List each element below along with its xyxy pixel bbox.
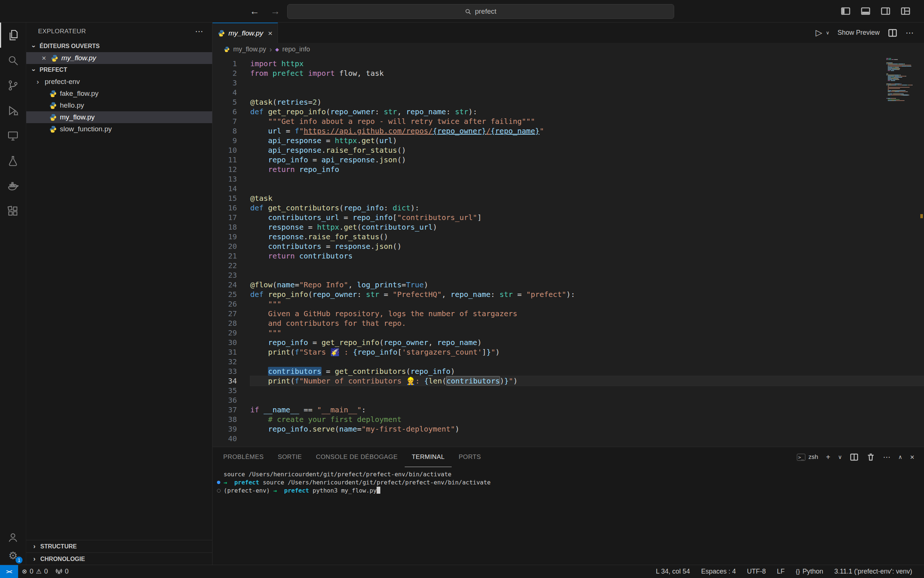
indentation[interactable]: Espaces : 4 <box>697 565 740 578</box>
breadcrumb-file[interactable]: my_flow.py <box>233 45 266 53</box>
editor-more-actions-icon[interactable]: ⋯ <box>906 28 914 38</box>
run-dropdown-icon[interactable]: ∨ <box>826 30 829 36</box>
code-line: return contributors <box>250 251 924 261</box>
activity-source-control[interactable] <box>0 73 26 98</box>
code-line: and contributors for that repo. <box>250 318 924 328</box>
language-mode[interactable]: {}Python <box>792 565 827 578</box>
timeline-section-header[interactable]: › CHRONOLOGIE <box>26 552 212 565</box>
minimap[interactable] <box>886 56 919 102</box>
toggle-panel-icon[interactable] <box>861 6 871 16</box>
outline-label: STRUCTURE <box>40 543 77 550</box>
panel-more-actions-icon[interactable]: ⋯ <box>883 453 890 461</box>
editor-tab-my-flow[interactable]: my_flow.py × <box>212 23 278 43</box>
file-item-my_flow.py[interactable]: my_flow.py <box>26 111 212 123</box>
outline-section-header[interactable]: › STRUCTURE <box>26 540 212 552</box>
code-line <box>250 88 924 97</box>
line-number: 23 <box>212 270 237 280</box>
python-interpreter[interactable]: 3.11.1 ('prefect-env': venv) <box>830 565 916 578</box>
kill-terminal-icon[interactable] <box>866 453 875 461</box>
line-number: 28 <box>212 318 237 328</box>
run-python-file-button[interactable]: ▷ <box>816 28 822 38</box>
command-center-search[interactable]: prefect <box>287 4 674 19</box>
panel-tab-problèmes[interactable]: PROBLÈMES <box>216 447 270 467</box>
file-item-slow_function.py[interactable]: slow_function.py <box>26 123 212 135</box>
file-item-hello.py[interactable]: hello.py <box>26 99 212 111</box>
vscode-window: ← → prefect <box>0 0 924 578</box>
code-line: api_response = httpx.get(url) <box>250 136 924 145</box>
line-number: 13 <box>212 174 237 184</box>
line-number: 31 <box>212 347 237 357</box>
line-number: 34 <box>212 376 237 386</box>
overview-ruler[interactable] <box>919 56 924 447</box>
panel-tab-console-de-débogage[interactable]: CONSOLE DE DÉBOGAGE <box>309 447 405 467</box>
activity-extensions[interactable] <box>0 198 26 224</box>
activity-run-debug[interactable] <box>0 98 26 123</box>
chevron-collapsed-icon: › <box>31 555 37 563</box>
remote-explorer-icon <box>6 130 19 142</box>
search-icon <box>6 54 19 67</box>
ports-status[interactable]: 0 <box>52 565 73 578</box>
split-terminal-icon[interactable] <box>850 453 859 461</box>
split-editor-icon[interactable] <box>888 28 897 38</box>
terminal-tab-zsh[interactable]: >_ zsh <box>797 453 818 461</box>
line-number: 1 <box>212 59 237 68</box>
activity-testing[interactable] <box>0 148 26 174</box>
file-item-fake_flow.py[interactable]: fake_flow.py <box>26 88 212 99</box>
toggle-secondary-sidebar-icon[interactable] <box>880 6 891 16</box>
activity-search[interactable] <box>0 48 26 73</box>
launch-profile-dropdown-icon[interactable]: ∨ <box>838 454 842 460</box>
terminal-cursor <box>377 487 380 494</box>
close-editor-icon[interactable]: × <box>42 54 51 62</box>
account-button[interactable] <box>0 528 26 547</box>
history-forward-button[interactable]: → <box>270 6 280 17</box>
cursor-position[interactable]: L 34, col 54 <box>652 565 693 578</box>
chevron-expanded-icon: › <box>30 67 38 73</box>
explorer-more-actions-icon[interactable]: ⋯ <box>195 27 203 36</box>
terminal-output[interactable]: source /Users/henricourdent/git/prefect/… <box>212 467 924 565</box>
tab-close-icon[interactable]: × <box>268 29 272 38</box>
panel-tab-terminal[interactable]: TERMINAL <box>405 447 451 467</box>
line-number: 12 <box>212 164 237 174</box>
panel-tab-sortie[interactable]: SORTIE <box>270 447 309 467</box>
activity-bar: ⚙ 1 <box>0 23 26 565</box>
open-editors-header[interactable]: › ÉDITEURS OUVERTS <box>26 40 212 52</box>
statusbar-right: L 34, col 54Espaces : 4UTF-8LF{}Python3.… <box>652 565 924 578</box>
history-back-button[interactable]: ← <box>250 6 259 17</box>
settings-button[interactable]: ⚙ 1 <box>0 547 26 565</box>
chevron-expanded-icon: › <box>30 43 38 49</box>
activity-remote-explorer[interactable] <box>0 123 26 148</box>
line-number: 22 <box>212 261 237 270</box>
chevron-right-icon: › <box>269 45 272 54</box>
new-terminal-button[interactable]: + <box>826 453 830 461</box>
line-number: 3 <box>212 78 237 88</box>
open-editor-my_flow.py[interactable]: ×my_flow.py <box>26 52 212 64</box>
command-decoration-filled[interactable] <box>217 481 220 484</box>
breadcrumb-symbol[interactable]: repo_info <box>282 45 310 53</box>
code-editor[interactable]: 1234567891011121314151617181920212223242… <box>212 56 924 447</box>
maximize-panel-icon[interactable]: ∧ <box>898 454 902 460</box>
activity-explorer[interactable] <box>0 23 26 48</box>
toggle-primary-sidebar-icon[interactable] <box>840 6 851 16</box>
project-section-header[interactable]: › PREFECT <box>26 64 212 76</box>
chevron-collapsed-icon: › <box>37 78 45 86</box>
code-line: @flow(name="Repo Info", log_prints=True) <box>250 280 924 289</box>
remote-indicator[interactable]: >< <box>0 565 18 578</box>
panel-tab-ports[interactable]: PORTS <box>451 447 488 467</box>
file-name: hello.py <box>60 101 84 109</box>
file-item-prefect-env[interactable]: ›prefect-env <box>26 76 212 88</box>
activity-docker[interactable] <box>0 174 26 198</box>
git-branch-icon <box>6 79 19 92</box>
python-file-icon <box>49 114 57 121</box>
code-line: # create your first deployment <box>250 414 924 424</box>
show-preview-button[interactable]: Show Preview <box>838 29 880 37</box>
line-number: 16 <box>212 203 237 213</box>
close-panel-icon[interactable]: × <box>910 453 914 461</box>
error-count: 0 <box>29 568 33 575</box>
customize-layout-icon[interactable] <box>900 6 911 16</box>
explorer-file-list: ›prefect-envfake_flow.pyhello.pymy_flow.… <box>26 76 212 135</box>
problems-status[interactable]: ⊗ 0 ⚠ 0 <box>18 565 52 578</box>
symbol-function-icon: ◆ <box>275 47 279 52</box>
encoding[interactable]: UTF-8 <box>743 565 770 578</box>
command-decoration-empty[interactable] <box>217 489 221 493</box>
eol[interactable]: LF <box>773 565 788 578</box>
